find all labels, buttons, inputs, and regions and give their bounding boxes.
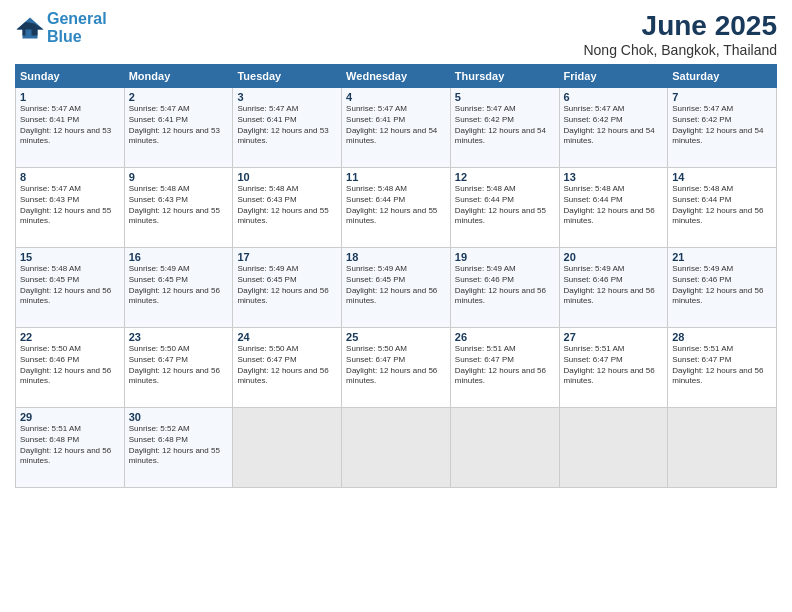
calendar-day-cell: 9Sunrise: 5:48 AMSunset: 6:43 PMDaylight… [124, 168, 233, 248]
calendar-day-cell: 5Sunrise: 5:47 AMSunset: 6:42 PMDaylight… [450, 88, 559, 168]
calendar-week-row: 8Sunrise: 5:47 AMSunset: 6:43 PMDaylight… [16, 168, 777, 248]
calendar-week-row: 1Sunrise: 5:47 AMSunset: 6:41 PMDaylight… [16, 88, 777, 168]
day-number: 10 [237, 171, 337, 183]
calendar-day-cell: 10Sunrise: 5:48 AMSunset: 6:43 PMDayligh… [233, 168, 342, 248]
calendar-day-cell: 24Sunrise: 5:50 AMSunset: 6:47 PMDayligh… [233, 328, 342, 408]
day-number: 13 [564, 171, 664, 183]
calendar-day-cell: 12Sunrise: 5:48 AMSunset: 6:44 PMDayligh… [450, 168, 559, 248]
weekday-header-cell: Friday [559, 65, 668, 88]
calendar-day-cell: 26Sunrise: 5:51 AMSunset: 6:47 PMDayligh… [450, 328, 559, 408]
calendar-day-cell: 23Sunrise: 5:50 AMSunset: 6:47 PMDayligh… [124, 328, 233, 408]
day-info: Sunrise: 5:47 AMSunset: 6:41 PMDaylight:… [346, 104, 446, 147]
day-number: 18 [346, 251, 446, 263]
day-number: 6 [564, 91, 664, 103]
day-number: 29 [20, 411, 120, 423]
calendar-day-cell [342, 408, 451, 488]
calendar-day-cell [233, 408, 342, 488]
day-number: 19 [455, 251, 555, 263]
logo-icon [15, 16, 45, 40]
calendar-week-row: 29Sunrise: 5:51 AMSunset: 6:48 PMDayligh… [16, 408, 777, 488]
day-info: Sunrise: 5:49 AMSunset: 6:45 PMDaylight:… [346, 264, 446, 307]
weekday-header-cell: Wednesday [342, 65, 451, 88]
day-number: 21 [672, 251, 772, 263]
day-number: 5 [455, 91, 555, 103]
logo-text: General Blue [47, 10, 107, 45]
day-number: 7 [672, 91, 772, 103]
day-info: Sunrise: 5:48 AMSunset: 6:44 PMDaylight:… [564, 184, 664, 227]
day-info: Sunrise: 5:47 AMSunset: 6:42 PMDaylight:… [455, 104, 555, 147]
day-number: 27 [564, 331, 664, 343]
day-info: Sunrise: 5:50 AMSunset: 6:47 PMDaylight:… [237, 344, 337, 387]
month-title: June 2025 [583, 10, 777, 42]
day-info: Sunrise: 5:52 AMSunset: 6:48 PMDaylight:… [129, 424, 229, 467]
day-info: Sunrise: 5:51 AMSunset: 6:47 PMDaylight:… [564, 344, 664, 387]
calendar-day-cell: 6Sunrise: 5:47 AMSunset: 6:42 PMDaylight… [559, 88, 668, 168]
day-number: 26 [455, 331, 555, 343]
day-info: Sunrise: 5:47 AMSunset: 6:41 PMDaylight:… [129, 104, 229, 147]
day-info: Sunrise: 5:50 AMSunset: 6:46 PMDaylight:… [20, 344, 120, 387]
calendar-day-cell: 4Sunrise: 5:47 AMSunset: 6:41 PMDaylight… [342, 88, 451, 168]
day-info: Sunrise: 5:48 AMSunset: 6:44 PMDaylight:… [455, 184, 555, 227]
calendar-container: General Blue June 2025 Nong Chok, Bangko… [0, 0, 792, 498]
day-number: 9 [129, 171, 229, 183]
day-info: Sunrise: 5:47 AMSunset: 6:43 PMDaylight:… [20, 184, 120, 227]
day-number: 22 [20, 331, 120, 343]
day-info: Sunrise: 5:49 AMSunset: 6:45 PMDaylight:… [237, 264, 337, 307]
day-number: 30 [129, 411, 229, 423]
calendar-day-cell: 29Sunrise: 5:51 AMSunset: 6:48 PMDayligh… [16, 408, 125, 488]
day-info: Sunrise: 5:47 AMSunset: 6:42 PMDaylight:… [564, 104, 664, 147]
weekday-header-cell: Monday [124, 65, 233, 88]
calendar-day-cell: 17Sunrise: 5:49 AMSunset: 6:45 PMDayligh… [233, 248, 342, 328]
calendar-day-cell: 20Sunrise: 5:49 AMSunset: 6:46 PMDayligh… [559, 248, 668, 328]
calendar-table: SundayMondayTuesdayWednesdayThursdayFrid… [15, 64, 777, 488]
calendar-day-cell: 27Sunrise: 5:51 AMSunset: 6:47 PMDayligh… [559, 328, 668, 408]
day-info: Sunrise: 5:47 AMSunset: 6:41 PMDaylight:… [20, 104, 120, 147]
day-info: Sunrise: 5:49 AMSunset: 6:46 PMDaylight:… [455, 264, 555, 307]
calendar-day-cell: 16Sunrise: 5:49 AMSunset: 6:45 PMDayligh… [124, 248, 233, 328]
calendar-day-cell: 14Sunrise: 5:48 AMSunset: 6:44 PMDayligh… [668, 168, 777, 248]
day-number: 16 [129, 251, 229, 263]
calendar-week-row: 22Sunrise: 5:50 AMSunset: 6:46 PMDayligh… [16, 328, 777, 408]
day-number: 20 [564, 251, 664, 263]
day-info: Sunrise: 5:48 AMSunset: 6:44 PMDaylight:… [672, 184, 772, 227]
day-info: Sunrise: 5:51 AMSunset: 6:47 PMDaylight:… [455, 344, 555, 387]
day-info: Sunrise: 5:48 AMSunset: 6:44 PMDaylight:… [346, 184, 446, 227]
calendar-day-cell: 3Sunrise: 5:47 AMSunset: 6:41 PMDaylight… [233, 88, 342, 168]
calendar-day-cell: 22Sunrise: 5:50 AMSunset: 6:46 PMDayligh… [16, 328, 125, 408]
day-number: 4 [346, 91, 446, 103]
day-info: Sunrise: 5:50 AMSunset: 6:47 PMDaylight:… [129, 344, 229, 387]
title-block: June 2025 Nong Chok, Bangkok, Thailand [583, 10, 777, 58]
calendar-day-cell: 8Sunrise: 5:47 AMSunset: 6:43 PMDaylight… [16, 168, 125, 248]
calendar-week-row: 15Sunrise: 5:48 AMSunset: 6:45 PMDayligh… [16, 248, 777, 328]
calendar-day-cell: 7Sunrise: 5:47 AMSunset: 6:42 PMDaylight… [668, 88, 777, 168]
day-info: Sunrise: 5:47 AMSunset: 6:41 PMDaylight:… [237, 104, 337, 147]
day-number: 15 [20, 251, 120, 263]
calendar-header: General Blue June 2025 Nong Chok, Bangko… [15, 10, 777, 58]
day-info: Sunrise: 5:49 AMSunset: 6:45 PMDaylight:… [129, 264, 229, 307]
day-info: Sunrise: 5:50 AMSunset: 6:47 PMDaylight:… [346, 344, 446, 387]
day-number: 25 [346, 331, 446, 343]
day-number: 8 [20, 171, 120, 183]
day-number: 3 [237, 91, 337, 103]
day-number: 28 [672, 331, 772, 343]
day-number: 17 [237, 251, 337, 263]
calendar-day-cell [559, 408, 668, 488]
day-info: Sunrise: 5:49 AMSunset: 6:46 PMDaylight:… [672, 264, 772, 307]
day-number: 1 [20, 91, 120, 103]
calendar-day-cell: 19Sunrise: 5:49 AMSunset: 6:46 PMDayligh… [450, 248, 559, 328]
calendar-day-cell: 11Sunrise: 5:48 AMSunset: 6:44 PMDayligh… [342, 168, 451, 248]
day-number: 11 [346, 171, 446, 183]
calendar-day-cell [450, 408, 559, 488]
calendar-day-cell: 2Sunrise: 5:47 AMSunset: 6:41 PMDaylight… [124, 88, 233, 168]
weekday-header-cell: Saturday [668, 65, 777, 88]
day-info: Sunrise: 5:48 AMSunset: 6:45 PMDaylight:… [20, 264, 120, 307]
day-info: Sunrise: 5:47 AMSunset: 6:42 PMDaylight:… [672, 104, 772, 147]
calendar-day-cell: 1Sunrise: 5:47 AMSunset: 6:41 PMDaylight… [16, 88, 125, 168]
calendar-day-cell: 30Sunrise: 5:52 AMSunset: 6:48 PMDayligh… [124, 408, 233, 488]
day-number: 2 [129, 91, 229, 103]
day-number: 24 [237, 331, 337, 343]
calendar-day-cell: 13Sunrise: 5:48 AMSunset: 6:44 PMDayligh… [559, 168, 668, 248]
calendar-day-cell: 28Sunrise: 5:51 AMSunset: 6:47 PMDayligh… [668, 328, 777, 408]
weekday-header-cell: Tuesday [233, 65, 342, 88]
day-info: Sunrise: 5:48 AMSunset: 6:43 PMDaylight:… [237, 184, 337, 227]
